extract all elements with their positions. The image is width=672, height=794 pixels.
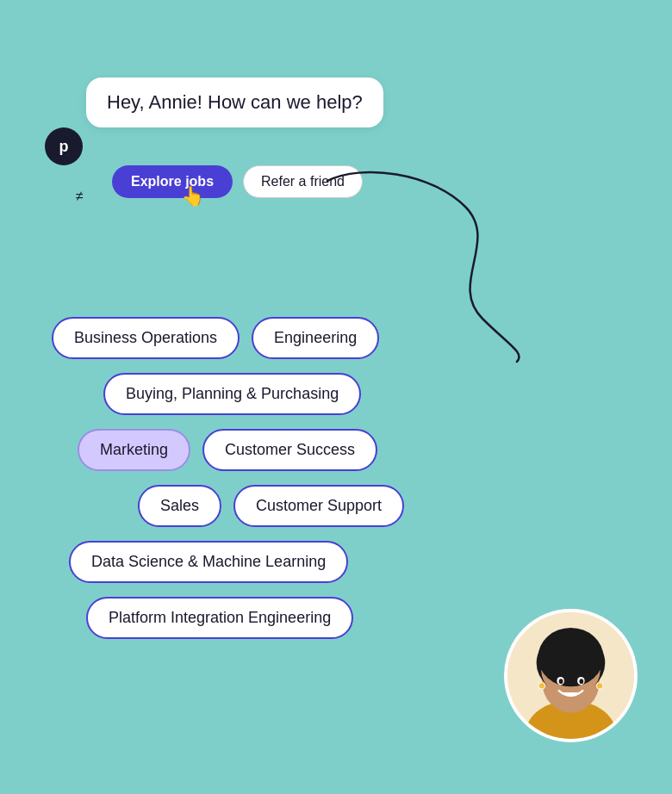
person-avatar [504, 609, 638, 742]
pill-customer-support[interactable]: Customer Support [233, 485, 404, 527]
cursor-icon: 👆 [181, 185, 204, 208]
pill-row-5: Data Science & Machine Learning [69, 541, 348, 583]
pill-engineering[interactable]: Engineering [252, 317, 379, 359]
pill-marketing[interactable]: Marketing [78, 429, 190, 471]
svg-point-9 [559, 679, 563, 684]
chat-bubble: Hey, Annie! How can we help? [86, 78, 383, 127]
pill-data-science[interactable]: Data Science & Machine Learning [69, 541, 348, 583]
avatar-letter: p [59, 138, 69, 156]
category-pills-container: Business Operations Engineering Buying, … [52, 317, 500, 653]
pill-buying-planning[interactable]: Buying, Planning & Purchasing [103, 373, 361, 415]
pill-row-6: Platform Integration Engineering [86, 597, 353, 639]
svg-point-11 [538, 683, 545, 690]
action-buttons: Explore jobs Refer a friend [112, 165, 363, 198]
svg-point-6 [538, 628, 604, 686]
decoration-slash: ≠ [76, 189, 84, 203]
pill-row-4: Sales Customer Support [138, 485, 404, 527]
explore-jobs-button[interactable]: Explore jobs [112, 165, 233, 198]
svg-point-10 [579, 679, 583, 684]
avatar: p [45, 127, 83, 165]
pill-sales[interactable]: Sales [138, 485, 221, 527]
pill-row-2: Buying, Planning & Purchasing [103, 373, 361, 415]
pill-customer-success[interactable]: Customer Success [202, 429, 377, 471]
pill-platform-integration[interactable]: Platform Integration Engineering [86, 597, 353, 639]
pill-business-operations[interactable]: Business Operations [52, 317, 240, 359]
refer-friend-button[interactable]: Refer a friend [243, 165, 363, 198]
pill-row-1: Business Operations Engineering [52, 317, 379, 359]
person-illustration [507, 612, 634, 739]
svg-point-12 [596, 683, 603, 690]
pill-row-3: Marketing Customer Success [78, 429, 377, 471]
